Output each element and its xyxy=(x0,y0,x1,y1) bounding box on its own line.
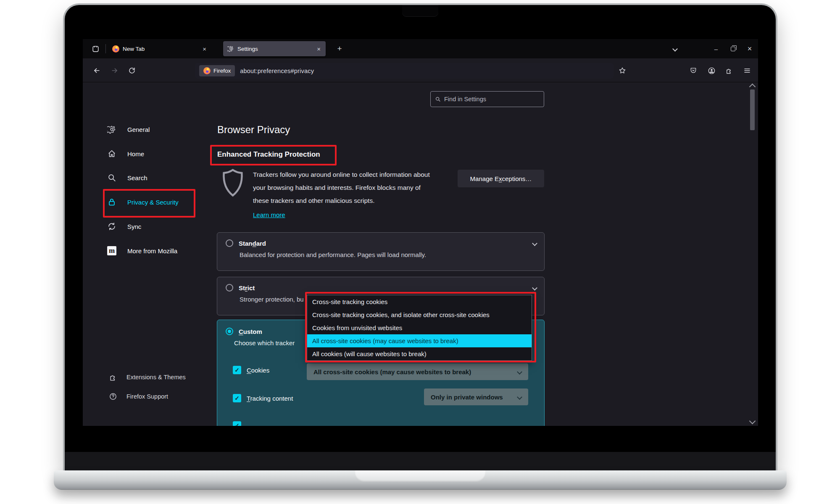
standard-label: Standard xyxy=(239,240,266,247)
tracking-content-label: Tracking content xyxy=(247,395,293,402)
tracking-content-checkbox[interactable]: ✓ xyxy=(233,394,241,402)
sidebar-item-home[interactable]: Home xyxy=(107,144,204,163)
sidebar-label: Extensions & Themes xyxy=(126,374,186,381)
scrollbar[interactable] xyxy=(749,83,756,426)
tab-title: Settings xyxy=(237,46,313,52)
dropdown-option-selected[interactable]: All cross-site cookies (may cause websit… xyxy=(307,334,532,347)
cookies-select-value: All cross-site cookies (may cause websit… xyxy=(313,368,471,375)
url-bar[interactable]: Firefox about:preferences#privacy xyxy=(195,63,614,79)
tracking-select-value: Only in private windows xyxy=(431,394,503,401)
scrollbar-thumb[interactable] xyxy=(750,89,755,130)
sidebar-label: General xyxy=(127,126,150,133)
page-title: Browser Privacy xyxy=(217,124,290,136)
sidebar-item-more-from-mozilla[interactable]: m More from Mozilla xyxy=(107,241,204,260)
find-in-settings-input[interactable] xyxy=(444,96,540,102)
laptop-base-notch xyxy=(355,470,486,482)
url-text: about:preferences#privacy xyxy=(240,68,314,74)
shield-icon xyxy=(221,168,244,198)
sidebar-item-general[interactable]: General xyxy=(107,120,204,139)
dropdown-option[interactable]: All cookies (will cause websites to brea… xyxy=(307,347,532,360)
camera-notch xyxy=(402,5,438,16)
chevron-down-icon[interactable] xyxy=(532,241,537,246)
window-controls: – × xyxy=(666,39,758,58)
mozilla-icon: m xyxy=(107,246,116,255)
search-icon xyxy=(107,173,116,182)
forward-icon[interactable] xyxy=(108,64,122,77)
standard-description: Balanced for protection and performance.… xyxy=(217,247,544,258)
menu-hamburger-icon[interactable] xyxy=(740,64,754,77)
search-icon xyxy=(435,96,441,102)
tab-close-icon[interactable]: × xyxy=(202,45,207,52)
bookmark-star-icon[interactable] xyxy=(616,64,629,77)
sidebar-label: Privacy & Security xyxy=(127,199,179,206)
sidebar-item-search[interactable]: Search xyxy=(107,168,204,187)
dropdown-option[interactable]: Cookies from unvisited websites xyxy=(307,321,532,334)
close-button[interactable]: × xyxy=(741,39,758,58)
firefox-view-icon[interactable] xyxy=(90,44,100,54)
sidebar-item-firefox-support[interactable]: Firefox Support xyxy=(109,388,205,405)
dropdown-option[interactable]: Cross-site tracking cookies xyxy=(307,295,532,308)
chevron-down-icon xyxy=(517,394,522,400)
bezel-bottom xyxy=(65,452,776,470)
scroll-down-icon[interactable] xyxy=(749,418,756,425)
firefox-logo-icon xyxy=(112,45,119,52)
cookies-checkbox[interactable]: ✓ xyxy=(233,366,241,374)
scroll-up-icon[interactable] xyxy=(749,84,756,90)
etp-heading: Enhanced Tracking Protection xyxy=(217,150,320,159)
cookies-select[interactable]: All cross-site cookies (may cause websit… xyxy=(307,363,528,380)
sidebar-item-extensions-themes[interactable]: Extensions & Themes xyxy=(109,369,205,386)
cookies-row: ✓ Cookies xyxy=(233,366,269,374)
tab-close-icon[interactable]: × xyxy=(316,45,321,52)
gear-icon xyxy=(107,125,116,134)
radio-strict[interactable] xyxy=(226,284,233,291)
learn-more-link[interactable]: Learn more xyxy=(253,211,285,218)
question-circle-icon xyxy=(109,392,117,401)
sidebar-item-sync[interactable]: Sync xyxy=(107,217,204,236)
identity-chip[interactable]: Firefox xyxy=(199,65,235,76)
chevron-down-icon[interactable] xyxy=(532,285,537,291)
chevron-down-icon xyxy=(517,369,522,375)
partial-row: ✓ xyxy=(233,421,241,426)
partial-checkbox[interactable]: ✓ xyxy=(233,421,241,426)
tab-separator xyxy=(105,44,106,53)
pocket-icon[interactable] xyxy=(687,64,700,77)
sync-icon xyxy=(107,222,116,231)
find-in-settings[interactable] xyxy=(430,91,544,107)
dropdown-option[interactable]: Cross-site tracking cookies, and isolate… xyxy=(307,308,532,321)
settings-page: General Home Search xyxy=(83,83,758,426)
radio-custom[interactable] xyxy=(226,328,233,335)
sidebar-label: Firefox Support xyxy=(126,393,168,400)
laptop-base xyxy=(54,470,787,490)
sidebar-label: Home xyxy=(127,150,144,158)
etp-description: Trackers follow you around online to col… xyxy=(253,168,437,207)
cookies-label: Cookies xyxy=(247,367,269,374)
tracking-content-row: ✓ Tracking content xyxy=(233,394,293,402)
list-all-tabs-icon[interactable] xyxy=(666,39,683,58)
sidebar-label: More from Mozilla xyxy=(127,247,177,255)
sidebar-label: Sync xyxy=(127,223,141,230)
reload-icon[interactable] xyxy=(125,64,139,77)
back-icon[interactable] xyxy=(90,64,104,77)
lock-icon xyxy=(107,197,116,207)
tab-title: New Tab xyxy=(123,46,198,52)
option-standard[interactable]: Standard Balanced for protection and per… xyxy=(217,232,545,271)
tab-new-tab[interactable]: New Tab × xyxy=(108,41,211,56)
laptop-screen: New Tab × Settings × + xyxy=(63,3,777,470)
tab-bar: New Tab × Settings × + xyxy=(83,39,758,58)
extensions-puzzle-icon[interactable] xyxy=(722,64,736,77)
restore-button[interactable] xyxy=(724,39,741,58)
sidebar-label: Search xyxy=(127,174,147,181)
firefox-window: New Tab × Settings × + xyxy=(83,39,758,426)
new-tab-button[interactable]: + xyxy=(334,43,345,54)
identity-label: Firefox xyxy=(213,68,231,74)
laptop-mockup: New Tab × Settings × + xyxy=(0,0,840,504)
radio-standard[interactable] xyxy=(226,239,233,247)
account-icon[interactable] xyxy=(705,64,718,77)
tab-settings[interactable]: Settings × xyxy=(223,41,326,56)
gear-icon xyxy=(227,45,234,52)
manage-exceptions-button[interactable]: Manage Exceptions… xyxy=(458,170,544,187)
sidebar-item-privacy-security[interactable]: Privacy & Security xyxy=(107,192,204,212)
minimize-button[interactable]: – xyxy=(708,39,724,58)
tracking-content-select[interactable]: Only in private windows xyxy=(424,388,528,405)
strict-label: Strict xyxy=(239,284,255,291)
